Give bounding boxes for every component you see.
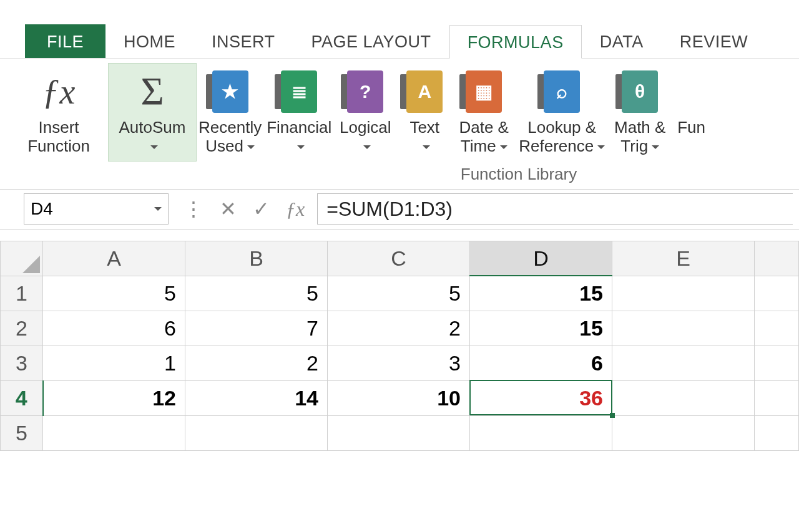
autosum-button[interactable]: Σ AutoSum bbox=[109, 64, 196, 161]
cell-E3[interactable] bbox=[612, 346, 755, 380]
cell-A3[interactable]: 1 bbox=[43, 346, 185, 380]
formula-input[interactable]: =SUM(D1:D3) bbox=[317, 193, 793, 225]
label: Lookup & bbox=[527, 118, 596, 137]
recently-used-button[interactable]: ★ Recently Used bbox=[196, 64, 264, 161]
label: Logical bbox=[340, 118, 391, 137]
tab-home[interactable]: HOME bbox=[105, 24, 194, 58]
row-2[interactable]: 2 6 7 2 15 bbox=[1, 311, 799, 346]
fx-icon[interactable]: ƒx bbox=[286, 198, 305, 221]
fill-handle[interactable] bbox=[610, 413, 615, 418]
cell-A4[interactable]: 12 bbox=[43, 380, 185, 415]
logical-button[interactable]: ? Logical bbox=[334, 64, 396, 161]
tab-formulas[interactable]: FORMULAS bbox=[449, 25, 582, 59]
row-header-4[interactable]: 4 bbox=[1, 380, 43, 415]
sigma-icon: Σ bbox=[140, 69, 164, 115]
customize-icon[interactable]: ⋮ bbox=[184, 197, 203, 221]
text-button[interactable]: A Text bbox=[396, 64, 453, 161]
cell-C1[interactable]: 5 bbox=[328, 276, 470, 311]
tab-insert[interactable]: INSERT bbox=[194, 24, 293, 58]
label: Math & bbox=[614, 118, 665, 137]
cell-D5[interactable] bbox=[470, 415, 612, 450]
cell-D3[interactable]: 6 bbox=[470, 346, 612, 380]
row-5[interactable]: 5 bbox=[1, 415, 799, 450]
cell-E4[interactable] bbox=[612, 380, 755, 415]
col-header-D[interactable]: D bbox=[470, 241, 612, 276]
col-header-E[interactable]: E bbox=[612, 241, 755, 276]
ribbon-group-label: Function Library bbox=[9, 165, 792, 184]
enter-icon[interactable]: ✓ bbox=[253, 197, 270, 221]
calendar-icon: ▦ bbox=[466, 70, 502, 113]
name-box[interactable]: D4 bbox=[24, 193, 169, 225]
insert-function-button[interactable]: ƒx Insert Function bbox=[9, 64, 109, 161]
cell-D1[interactable]: 15 bbox=[470, 276, 612, 311]
financial-button[interactable]: ≣ Financial bbox=[264, 64, 334, 161]
cell-D2[interactable]: 15 bbox=[470, 311, 612, 346]
dropdown-caret-icon bbox=[293, 137, 305, 156]
col-header-B[interactable]: B bbox=[185, 241, 328, 276]
row-header-2[interactable]: 2 bbox=[1, 311, 43, 346]
tab-data[interactable]: DATA bbox=[582, 24, 662, 58]
dropdown-caret-icon bbox=[496, 137, 507, 155]
label: Recently bbox=[199, 118, 262, 137]
label: Time bbox=[461, 137, 496, 155]
label: Reference bbox=[519, 137, 594, 155]
cell-B3[interactable]: 2 bbox=[185, 346, 328, 380]
select-all-corner[interactable] bbox=[1, 241, 43, 276]
col-header-C[interactable]: C bbox=[328, 241, 470, 276]
cell-C3[interactable]: 3 bbox=[328, 346, 470, 380]
theta-icon: θ bbox=[622, 70, 658, 113]
lookup-reference-button[interactable]: ⌕ Lookup & Reference bbox=[515, 64, 609, 161]
col-header-extra[interactable] bbox=[755, 241, 799, 276]
cell-B4[interactable]: 14 bbox=[185, 380, 328, 415]
text-a-icon: A bbox=[406, 70, 443, 113]
cell-A1[interactable]: 5 bbox=[43, 276, 185, 311]
cell-C5[interactable] bbox=[328, 415, 470, 450]
row-3[interactable]: 3 1 2 3 6 bbox=[1, 346, 799, 380]
cell-B1[interactable]: 5 bbox=[185, 276, 328, 311]
dropdown-caret-icon bbox=[147, 137, 158, 156]
ribbon: ƒx Insert Function Σ AutoSum ★ Recently … bbox=[0, 59, 799, 190]
tab-page-layout[interactable]: PAGE LAYOUT bbox=[293, 24, 449, 58]
row-1[interactable]: 1 5 5 5 15 bbox=[1, 276, 799, 311]
dropdown-caret-icon[interactable] bbox=[154, 199, 162, 219]
tab-file[interactable]: FILE bbox=[25, 24, 105, 58]
ribbon-tabs: FILE HOME INSERT PAGE LAYOUT FORMULAS DA… bbox=[0, 25, 799, 59]
label: Used bbox=[205, 137, 243, 155]
cell-A5[interactable] bbox=[43, 415, 185, 450]
label: Function bbox=[27, 137, 90, 156]
row-4[interactable]: 4 12 14 10 36 bbox=[1, 380, 799, 415]
more-functions-button[interactable]: Fun bbox=[671, 64, 708, 142]
coins-icon: ≣ bbox=[281, 70, 317, 113]
cancel-icon[interactable]: ✕ bbox=[220, 197, 237, 221]
cell-B5[interactable] bbox=[185, 415, 328, 450]
cell-E5[interactable] bbox=[612, 415, 755, 450]
cell-D4[interactable]: 36 bbox=[470, 380, 612, 415]
dropdown-caret-icon bbox=[360, 137, 371, 156]
row-header-3[interactable]: 3 bbox=[1, 346, 43, 380]
label: Text bbox=[409, 118, 439, 137]
cell-C2[interactable]: 2 bbox=[328, 311, 470, 346]
tab-review[interactable]: REVIEW bbox=[662, 24, 767, 58]
label: Date & bbox=[459, 118, 509, 137]
row-header-5[interactable]: 5 bbox=[1, 415, 43, 450]
star-icon: ★ bbox=[212, 70, 248, 113]
label: Fun bbox=[677, 118, 705, 137]
search-icon: ⌕ bbox=[544, 70, 580, 113]
date-time-button[interactable]: ▦ Date & Time bbox=[453, 64, 515, 161]
grid[interactable]: A B C D E 1 5 5 5 15 2 6 7 2 15 3 1 2 bbox=[0, 241, 799, 451]
math-trig-button[interactable]: θ Math & Trig bbox=[609, 64, 671, 161]
cell-B2[interactable]: 7 bbox=[185, 311, 328, 346]
cell-A2[interactable]: 6 bbox=[43, 311, 185, 346]
dropdown-caret-icon bbox=[648, 137, 659, 155]
dropdown-caret-icon bbox=[594, 137, 605, 155]
cell-E2[interactable] bbox=[612, 311, 755, 346]
cell-E1[interactable] bbox=[612, 276, 755, 311]
label: Trig bbox=[620, 137, 648, 155]
col-header-A[interactable]: A bbox=[43, 241, 185, 276]
spreadsheet: A B C D E 1 5 5 5 15 2 6 7 2 15 3 1 2 bbox=[0, 241, 799, 451]
row-header-1[interactable]: 1 bbox=[1, 276, 43, 311]
name-box-value: D4 bbox=[31, 199, 53, 219]
cell-C4[interactable]: 10 bbox=[328, 380, 470, 415]
label: Financial bbox=[267, 118, 331, 137]
formula-bar: D4 ⋮ ✕ ✓ ƒx =SUM(D1:D3) bbox=[0, 190, 799, 230]
